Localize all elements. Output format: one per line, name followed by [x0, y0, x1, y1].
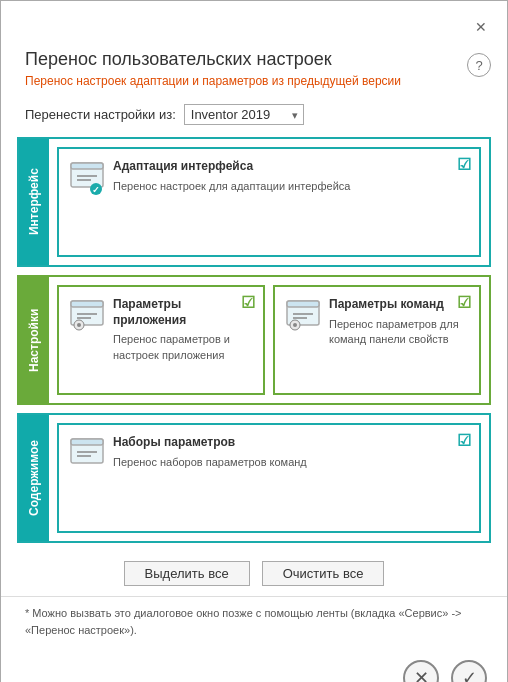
select-wrapper: Inventor 2019 Inventor 2018 Inventor 201…: [184, 104, 304, 125]
cancel-icon: ✕: [414, 667, 429, 682]
help-icon[interactable]: ?: [467, 53, 491, 77]
interface-cards: ✓ Адаптация интерфейса Перенос настроек …: [49, 139, 489, 265]
help-icon-container: ?: [467, 53, 491, 77]
settings-category-row: Настройки: [17, 275, 491, 405]
card-icon: [69, 435, 105, 471]
ok-button[interactable]: ✓: [451, 660, 487, 682]
card-text: Параметры команд Перенос параметров для …: [329, 297, 469, 347]
card-title: Параметры приложения: [113, 297, 253, 328]
card-icon: [285, 297, 321, 333]
card-title: Параметры команд: [329, 297, 469, 313]
card-text: Адаптация интерфейса Перенос настроек дл…: [113, 159, 469, 194]
version-select[interactable]: Inventor 2019 Inventor 2018 Inventor 201…: [184, 104, 304, 125]
content-category-row: Содержимое: [17, 413, 491, 543]
title-bar-buttons: ✕: [471, 17, 491, 37]
select-all-button[interactable]: Выделить все: [124, 561, 250, 586]
card-desc: Перенос параметров для команд панели сво…: [329, 317, 469, 348]
card-inner: Параметры приложения Перенос параметров …: [69, 297, 253, 363]
card-icon: ✓: [69, 159, 105, 195]
interface-card-1[interactable]: ✓ Адаптация интерфейса Перенос настроек …: [57, 147, 481, 257]
interface-border: Интерфейс ✓: [17, 137, 491, 267]
card-icon: [69, 297, 105, 333]
action-buttons-row: Выделить все Очистить все: [1, 551, 507, 596]
main-dialog: ✕ Перенос пользовательских настроек Пере…: [0, 0, 508, 682]
interface-row: Интерфейс ✓: [17, 137, 491, 267]
card-check: ☑: [457, 155, 471, 174]
content-cards: Наборы параметров Перенос наборов параме…: [49, 415, 489, 541]
card-check: ☑: [457, 431, 471, 450]
ok-icon: ✓: [462, 667, 477, 682]
card-inner: Наборы параметров Перенос наборов параме…: [69, 435, 469, 471]
bottom-buttons: ✕ ✓: [1, 650, 507, 682]
card-text: Параметры приложения Перенос параметров …: [113, 297, 253, 363]
svg-rect-19: [71, 439, 103, 445]
settings-cards: Параметры приложения Перенос параметров …: [49, 277, 489, 403]
settings-card-2[interactable]: Параметры команд Перенос параметров для …: [273, 285, 481, 395]
window-close-button[interactable]: ✕: [471, 17, 491, 37]
card-inner: Параметры команд Перенос параметров для …: [285, 297, 469, 347]
cancel-button[interactable]: ✕: [403, 660, 439, 682]
card-desc: Перенос наборов параметров команд: [113, 455, 469, 470]
card-desc: Перенос параметров и настроек приложения: [113, 332, 253, 363]
settings-card-1[interactable]: Параметры приложения Перенос параметров …: [57, 285, 265, 395]
svg-point-17: [293, 323, 297, 327]
card-title: Адаптация интерфейса: [113, 159, 469, 175]
svg-text:✓: ✓: [92, 185, 100, 195]
settings-row: Перенести настройки из: Inventor 2019 In…: [1, 100, 507, 137]
card-text: Наборы параметров Перенос наборов параме…: [113, 435, 469, 470]
card-title: Наборы параметров: [113, 435, 469, 451]
svg-rect-13: [287, 301, 319, 307]
card-check: ☑: [241, 293, 255, 312]
footer-note: * Можно вызвать это диалоговое окно позж…: [1, 601, 507, 650]
dialog-title: Перенос пользовательских настроек: [1, 37, 507, 74]
card-inner: ✓ Адаптация интерфейса Перенос настроек …: [69, 159, 469, 195]
settings-border: Настройки: [17, 275, 491, 405]
content-area: Интерфейс ✓: [1, 137, 507, 551]
title-bar: ✕: [1, 1, 507, 37]
settings-from-label: Перенести настройки из:: [25, 107, 176, 122]
svg-rect-7: [71, 301, 103, 307]
dialog-subtitle: Перенос настроек адаптации и параметров …: [1, 74, 507, 100]
divider: [1, 596, 507, 597]
clear-all-button[interactable]: Очистить все: [262, 561, 385, 586]
card-check: ☑: [457, 293, 471, 312]
card-desc: Перенос настроек для адаптации интерфейс…: [113, 179, 469, 194]
content-card-1[interactable]: Наборы параметров Перенос наборов параме…: [57, 423, 481, 533]
svg-point-11: [77, 323, 81, 327]
settings-category-label: Настройки: [19, 277, 49, 403]
content-border: Содержимое: [17, 413, 491, 543]
svg-rect-1: [71, 163, 103, 169]
content-category-label: Содержимое: [19, 415, 49, 541]
interface-category-label: Интерфейс: [19, 139, 49, 265]
